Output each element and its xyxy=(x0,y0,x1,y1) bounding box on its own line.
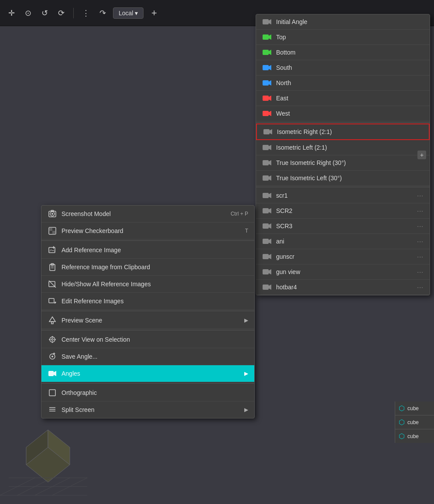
svg-rect-36 xyxy=(263,223,269,229)
angle-label-ani: ani xyxy=(276,238,284,245)
svg-rect-40 xyxy=(263,254,269,259)
angle-item-west[interactable]: West xyxy=(256,106,430,121)
svg-marker-45 xyxy=(269,285,271,290)
split-icon xyxy=(48,405,57,415)
angle-label-gunscr: gunscr xyxy=(276,253,294,260)
center-icon xyxy=(48,335,57,344)
center-view-label: Center View on Selection xyxy=(62,336,130,343)
menu-item-preview-scene[interactable]: Preview Scene ▶ xyxy=(41,312,254,329)
menu-item-hide-reference[interactable]: Hide/Show All Reference Images xyxy=(41,276,254,293)
checkerboard-icon xyxy=(48,226,57,236)
local-chevron: ▾ xyxy=(135,10,138,17)
menu-sep-4 xyxy=(41,383,254,384)
camera-icon-gun-view xyxy=(262,268,272,276)
rotate-icon[interactable]: ↺ xyxy=(38,7,51,19)
angle-item-east[interactable]: East xyxy=(256,91,430,106)
angle-item-scr2[interactable]: SCR2 ··· ▶ xyxy=(256,203,430,219)
svg-marker-29 xyxy=(269,160,271,165)
menu-item-orthographic[interactable]: Orthographic xyxy=(41,384,254,401)
dots-icon[interactable]: ⋮ xyxy=(80,7,92,19)
redo-icon[interactable]: ↷ xyxy=(96,7,109,19)
angle-item-scr3[interactable]: SCR3 ··· ▶ xyxy=(256,219,430,234)
angle-sep-1 xyxy=(256,122,430,123)
menu-item-center-view[interactable]: Center View on Selection xyxy=(41,331,254,348)
angle-label-east: East xyxy=(276,95,288,102)
svg-rect-76 xyxy=(48,371,54,376)
angle-item-initial[interactable]: Initial Angle xyxy=(256,14,430,30)
svg-rect-51 xyxy=(49,227,52,231)
sidebar-item-cube3[interactable]: ⬡ cube xyxy=(395,429,434,443)
svg-marker-13 xyxy=(269,34,271,40)
angle-item-gun-view[interactable]: gun view ··· ▶ xyxy=(256,264,430,280)
angle-item-top[interactable]: Top xyxy=(256,30,430,45)
add-angle-button[interactable]: + xyxy=(417,151,426,159)
camera-icon-north xyxy=(262,79,272,87)
angle-item-south[interactable]: South xyxy=(256,60,430,75)
menu-item-angles[interactable]: Angles ▶ xyxy=(41,365,254,382)
menu-item-reference-clipboard[interactable]: Reference Image from Clipboard xyxy=(41,259,254,276)
sidebar-item-cube2[interactable]: ⬡ cube xyxy=(395,415,434,429)
svg-marker-21 xyxy=(269,96,271,101)
ortho-icon xyxy=(48,388,57,398)
ani-dots[interactable]: ··· xyxy=(417,238,424,245)
screenshot-model-shortcut: Ctrl + P xyxy=(231,211,248,217)
angle-label-true-iso-right: True Isometric Right (30°) xyxy=(276,159,346,166)
angle-item-scr1[interactable]: scr1 ··· ▶ xyxy=(256,188,430,203)
camera-icon-initial xyxy=(262,18,272,26)
angle-item-hotbar4[interactable]: hotbar4 ··· ▶ xyxy=(256,280,430,295)
menu-item-split-screen[interactable]: Split Screen ▶ xyxy=(41,401,254,418)
svg-rect-14 xyxy=(263,50,269,55)
angle-item-ani[interactable]: ani ··· ▶ xyxy=(256,234,430,249)
context-menu: Screenshot Model Ctrl + P Preview Checke… xyxy=(41,205,255,418)
svg-marker-37 xyxy=(269,223,271,229)
move-icon[interactable]: ✛ xyxy=(5,7,17,19)
menu-item-edit-reference[interactable]: Edit Reference Images xyxy=(41,293,254,310)
add-icon[interactable]: + xyxy=(148,7,160,19)
angle-item-north[interactable]: North xyxy=(256,75,430,91)
svg-rect-52 xyxy=(52,231,56,234)
svg-rect-18 xyxy=(263,80,269,86)
camera-icon-ani xyxy=(262,237,272,245)
sidebar-cube-list: ⬡ cube ⬡ cube ⬡ cube xyxy=(395,401,434,443)
angle-item-bottom[interactable]: Bottom xyxy=(256,45,430,60)
sidebar-item-cube1[interactable]: ⬡ cube xyxy=(395,401,434,415)
svg-rect-10 xyxy=(263,19,269,24)
menu-item-save-angle[interactable]: Save Angle... xyxy=(41,348,254,365)
angle-label-initial: Initial Angle xyxy=(276,18,308,25)
angle-item-true-iso-right[interactable]: True Isometric Right (30°) xyxy=(256,155,430,171)
refresh-icon[interactable]: ⟳ xyxy=(55,7,67,19)
angle-item-isometric-right[interactable]: Isometric Right (2:1) xyxy=(256,123,430,140)
hotbar4-dots[interactable]: ··· xyxy=(417,284,424,291)
angle-label-bottom: Bottom xyxy=(276,49,295,56)
preview-checkerboard-label: Preview Checkerboard xyxy=(62,227,123,234)
angle-item-true-iso-left[interactable]: True Isometric Left (30°) xyxy=(256,171,430,186)
scr3-dots[interactable]: ··· xyxy=(417,223,424,230)
svg-rect-30 xyxy=(263,175,269,181)
gun-view-dots[interactable]: ··· xyxy=(417,268,424,275)
scr2-dots[interactable]: ··· xyxy=(417,207,424,214)
scr1-dots[interactable]: ··· xyxy=(417,192,424,199)
menu-item-screenshot-model[interactable]: Screenshot Model Ctrl + P xyxy=(41,206,254,223)
angle-item-gunscr[interactable]: gunscr ··· ▶ xyxy=(256,249,430,264)
menu-item-add-reference[interactable]: Add Reference Image xyxy=(41,242,254,259)
menu-item-preview-checkerboard[interactable]: Preview Checkerboard T xyxy=(41,223,254,240)
angle-label-top: Top xyxy=(276,34,286,41)
menu-sep-3 xyxy=(41,330,254,330)
target-icon[interactable]: ⊙ xyxy=(22,7,34,19)
split-screen-arrow: ▶ xyxy=(244,407,248,413)
gunscr-dots[interactable]: ··· xyxy=(417,253,424,260)
screenshot-model-label: Screenshot Model xyxy=(62,210,111,217)
edit-reference-label: Edit Reference Images xyxy=(62,298,123,305)
hide-image-icon xyxy=(48,279,57,289)
cube-label-2: cube xyxy=(407,419,419,425)
svg-rect-34 xyxy=(263,208,269,213)
cube-label-3: cube xyxy=(407,433,419,439)
camera-icon-east xyxy=(262,94,272,102)
svg-rect-20 xyxy=(263,96,269,101)
svg-marker-64 xyxy=(49,317,55,322)
svg-marker-41 xyxy=(269,254,271,259)
svg-point-73 xyxy=(51,356,53,357)
angle-item-isometric-left[interactable]: Isometric Left (2:1) xyxy=(256,140,430,155)
add-reference-label: Add Reference Image xyxy=(62,247,121,254)
local-dropdown[interactable]: Local ▾ xyxy=(113,7,144,19)
